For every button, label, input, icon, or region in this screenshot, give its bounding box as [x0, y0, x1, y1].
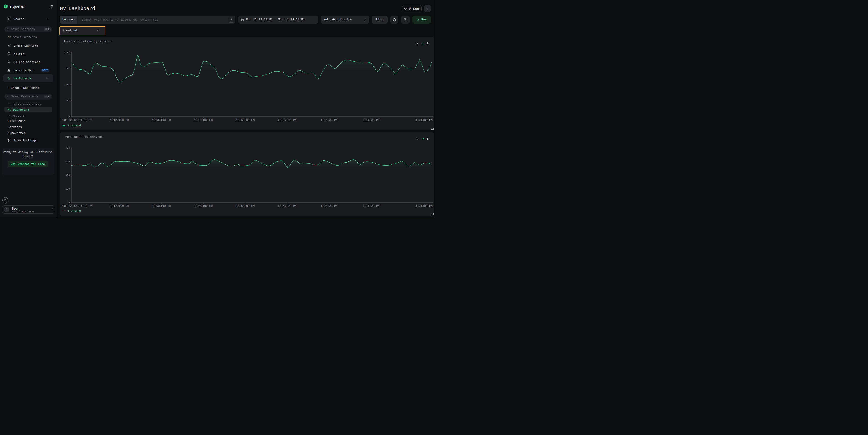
svg-text:300: 300 [65, 174, 70, 177]
svg-text:1:11:00 PM: 1:11:00 PM [362, 204, 379, 208]
svg-text:0: 0 [68, 201, 70, 204]
svg-text:1:04:00 PM: 1:04:00 PM [320, 119, 337, 122]
svg-text:12:43:00 PM: 12:43:00 PM [194, 119, 213, 122]
svg-text:Mar 12 12:21:00 PM: Mar 12 12:21:00 PM [61, 119, 92, 122]
svg-text:12:29:00 PM: 12:29:00 PM [110, 204, 129, 208]
svg-text:280K: 280K [64, 51, 70, 54]
svg-text:1:21:00 PM: 1:21:00 PM [415, 119, 432, 122]
svg-text:150: 150 [65, 188, 70, 190]
svg-text:0: 0 [68, 115, 70, 118]
svg-text:450: 450 [65, 160, 70, 163]
svg-text:12:36:00 PM: 12:36:00 PM [152, 204, 171, 208]
svg-text:1:11:00 PM: 1:11:00 PM [362, 119, 379, 122]
svg-text:600: 600 [65, 147, 70, 149]
svg-text:140K: 140K [64, 83, 70, 86]
svg-text:12:43:00 PM: 12:43:00 PM [194, 204, 213, 208]
svg-text:Mar 12 12:21:00 PM: Mar 12 12:21:00 PM [61, 204, 92, 208]
svg-text:12:57:00 PM: 12:57:00 PM [278, 204, 297, 208]
svg-text:12:50:00 PM: 12:50:00 PM [236, 204, 255, 208]
svg-text:1:04:00 PM: 1:04:00 PM [320, 204, 337, 208]
svg-text:12:36:00 PM: 12:36:00 PM [152, 119, 171, 122]
svg-text:70K: 70K [65, 99, 70, 102]
svg-text:12:29:00 PM: 12:29:00 PM [110, 119, 129, 122]
svg-text:12:57:00 PM: 12:57:00 PM [278, 119, 297, 122]
svg-text:12:50:00 PM: 12:50:00 PM [236, 119, 255, 122]
svg-text:210K: 210K [64, 67, 70, 70]
svg-text:1:21:00 PM: 1:21:00 PM [415, 204, 432, 208]
